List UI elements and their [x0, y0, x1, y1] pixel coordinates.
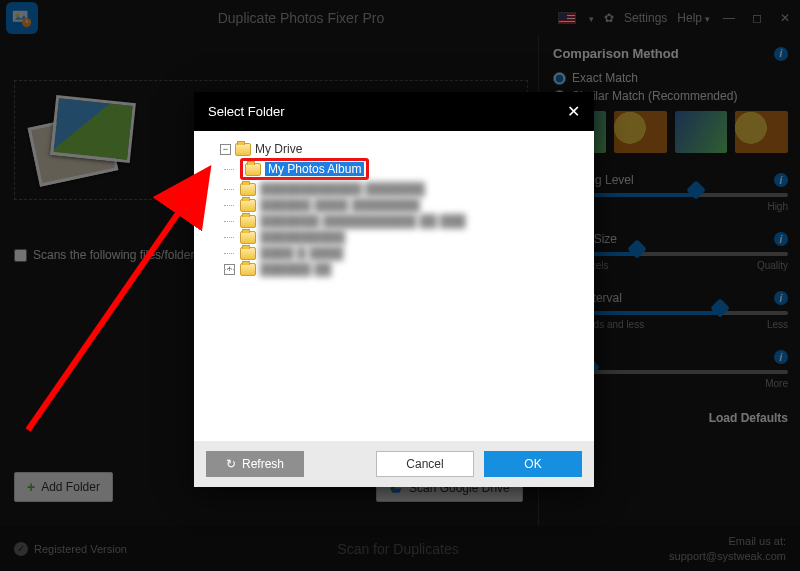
- dialog-title: Select Folder: [208, 104, 285, 119]
- tree-root-label: My Drive: [255, 142, 302, 156]
- tree-item[interactable]: ██████ ████ ████████: [202, 197, 590, 213]
- folder-icon: [245, 163, 261, 176]
- add-folder-button[interactable]: + Add Folder: [14, 472, 113, 502]
- plus-icon: +: [27, 479, 35, 495]
- exact-match-radio[interactable]: Exact Match: [553, 71, 788, 85]
- photos-illustration-icon: [25, 91, 135, 185]
- settings-link[interactable]: Settings: [624, 11, 667, 25]
- select-folder-dialog: Select Folder ✕ − My Drive My Photos Alb…: [194, 92, 594, 487]
- selected-folder-label: My Photos Album: [265, 162, 364, 176]
- tree-root[interactable]: − My Drive: [202, 141, 590, 157]
- thumbnail: [735, 111, 788, 153]
- dialog-close-button[interactable]: ✕: [567, 102, 580, 121]
- close-button[interactable]: ✕: [776, 11, 794, 25]
- help-dropdown[interactable]: Help: [677, 11, 710, 25]
- folder-tree[interactable]: − My Drive My Photos Album ████████████ …: [202, 141, 590, 277]
- info-icon[interactable]: i: [774, 291, 788, 305]
- check-icon: ✓: [14, 542, 28, 556]
- info-icon[interactable]: i: [774, 47, 788, 61]
- folder-icon: [240, 199, 256, 212]
- collapse-icon[interactable]: −: [220, 144, 231, 155]
- title-bar: Duplicate Photos Fixer Pro ✿ Settings He…: [0, 0, 800, 36]
- maximize-button[interactable]: ◻: [748, 11, 766, 25]
- thumbnail: [614, 111, 667, 153]
- scan-following-checkbox[interactable]: [14, 249, 27, 262]
- tree-item-selected[interactable]: My Photos Album: [202, 157, 590, 181]
- folder-icon: [240, 231, 256, 244]
- info-icon[interactable]: i: [774, 232, 788, 246]
- tree-item[interactable]: ███████ ███████████ ██ ███: [202, 213, 590, 229]
- ok-button[interactable]: OK: [484, 451, 582, 477]
- comparison-method-title: Comparison Method: [553, 46, 679, 61]
- folder-icon: [240, 215, 256, 228]
- status-bar: ✓ Registered Version Scan for Duplicates…: [0, 526, 800, 571]
- selection-highlight: My Photos Album: [240, 158, 369, 180]
- cancel-button[interactable]: Cancel: [376, 451, 474, 477]
- language-dropdown[interactable]: [586, 11, 594, 25]
- minimize-button[interactable]: —: [720, 11, 738, 25]
- language-flag-icon[interactable]: [558, 12, 576, 24]
- folder-icon: [240, 247, 256, 260]
- scan-for-duplicates-button[interactable]: Scan for Duplicates: [127, 541, 669, 557]
- tree-item[interactable]: ████ █ ████: [202, 245, 590, 261]
- tree-item[interactable]: ████████████ ███████: [202, 181, 590, 197]
- support-info: Email us at: support@systweak.com: [669, 534, 786, 563]
- tree-item-expandable[interactable]: +██████ ██: [202, 261, 590, 277]
- info-icon[interactable]: i: [774, 173, 788, 187]
- folder-icon: [240, 183, 256, 196]
- refresh-button[interactable]: ↻ Refresh: [206, 451, 304, 477]
- help-label: Help: [677, 11, 702, 25]
- app-logo-icon: [6, 2, 38, 34]
- svg-point-1: [16, 13, 20, 17]
- registered-version-label: Registered Version: [34, 543, 127, 555]
- add-folder-label: Add Folder: [41, 480, 100, 494]
- folder-icon: [235, 143, 251, 156]
- info-icon[interactable]: i: [774, 350, 788, 364]
- thumbnail: [675, 111, 728, 153]
- svg-point-2: [22, 18, 31, 27]
- expand-icon[interactable]: +: [224, 264, 235, 275]
- settings-icon[interactable]: ✿: [604, 11, 614, 25]
- tree-item[interactable]: ██████████: [202, 229, 590, 245]
- refresh-icon: ↻: [226, 457, 236, 471]
- app-title: Duplicate Photos Fixer Pro: [44, 10, 558, 26]
- support-email[interactable]: support@systweak.com: [669, 549, 786, 563]
- folder-icon: [240, 263, 256, 276]
